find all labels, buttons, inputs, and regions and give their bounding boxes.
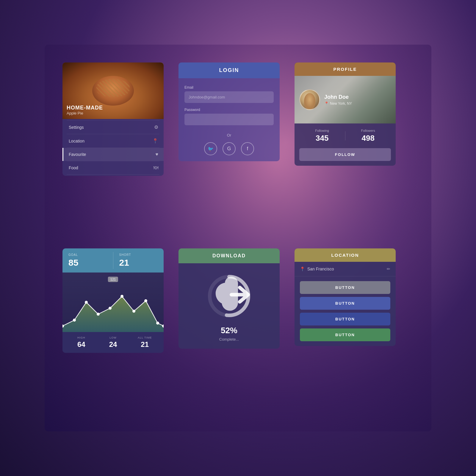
svg-point-8 (144, 299, 147, 302)
goal-stat: GOAL 85 (62, 248, 113, 273)
high-label: HIGH (65, 336, 97, 339)
svg-point-2 (73, 319, 76, 322)
menu-subtitle: Apple Pie (67, 111, 103, 115)
button-blue-1[interactable]: BUTTON (300, 297, 390, 310)
location-pin-icon: 📍 (324, 101, 329, 106)
login-header: LOGIN (178, 62, 280, 78)
svg-point-3 (85, 301, 88, 304)
short-label: SHORT (119, 253, 158, 256)
alltime-value: 21 (129, 340, 161, 349)
menu-title: HOME-MADE (67, 105, 103, 111)
svg-point-5 (109, 307, 112, 310)
button-group: BUTTON BUTTON BUTTON BUTTON (295, 276, 396, 346)
download-body: 52% Complete... (178, 263, 280, 349)
menu-divider-5 (67, 174, 159, 175)
facebook-icon: f (247, 146, 248, 151)
download-circle (205, 272, 253, 320)
low-stat: LOW 24 (97, 336, 129, 349)
facebook-button[interactable]: f (241, 142, 254, 155)
google-icon: G (227, 146, 231, 151)
high-value: 64 (65, 340, 97, 349)
menu-item-label-settings: Settings (69, 125, 84, 130)
followers-stat: Followers 498 (345, 129, 391, 143)
download-card: DOWNLOAD 52% Complete... (178, 248, 280, 349)
settings-icon: ⚙ (154, 124, 158, 130)
email-input[interactable] (184, 91, 274, 103)
location-text: 📍 San Francisco (300, 267, 334, 271)
short-value: 21 (119, 258, 158, 268)
pie-visual (92, 76, 134, 106)
download-header: DOWNLOAD (178, 248, 280, 263)
short-stat: SHORT 21 (113, 248, 164, 273)
following-stat: Following 345 (299, 129, 345, 143)
menu-item-settings[interactable]: Settings ⚙ (62, 120, 164, 134)
chart-svg (62, 284, 164, 332)
location-pin-icon2: 📍 (300, 267, 305, 271)
google-button[interactable]: G (223, 142, 236, 155)
stats-top: GOAL 85 SHORT 21 (62, 248, 164, 273)
profile-location: 📍 New York, NY (324, 101, 352, 106)
stats-bottom: HIGH 64 LOW 24 ALL TIME 21 (62, 332, 164, 353)
profile-info: John Doe 📍 New York, NY (324, 94, 352, 106)
alltime-label: ALL TIME (129, 336, 161, 339)
heart-icon: ♥ (156, 152, 159, 157)
avatar (299, 89, 320, 110)
download-percent: 52% (221, 326, 237, 335)
svg-marker-0 (62, 296, 164, 332)
menu-image: HOME-MADE Apple Pie (62, 62, 164, 119)
followers-label: Followers (345, 129, 391, 132)
location-field: 📍 San Francisco ✏ (295, 262, 396, 276)
avatar-face (304, 93, 315, 109)
email-label: Email (184, 85, 274, 90)
following-label: Following (299, 129, 345, 132)
profile-card: PROFILE John Doe 📍 New York, NY Followin… (295, 62, 396, 166)
button-gray[interactable]: BUTTON (300, 281, 390, 294)
following-value: 345 (299, 134, 345, 143)
password-label: Password (184, 108, 274, 112)
low-value: 24 (97, 340, 129, 349)
profile-name: John Doe (324, 94, 352, 100)
low-label: LOW (97, 336, 129, 339)
svg-point-6 (120, 295, 123, 298)
twitter-icon: 🐦 (208, 146, 214, 152)
edit-icon[interactable]: ✏ (387, 267, 390, 271)
cloud-download-icon (205, 271, 253, 319)
location-icon: 📍 (152, 138, 158, 144)
svg-point-4 (97, 313, 100, 316)
menu-items: Settings ⚙ Location 📍 Favourite ♥ Food 🍽 (62, 119, 164, 176)
followers-value: 498 (345, 134, 391, 143)
menu-item-label-location: Location (69, 139, 84, 143)
food-icon: 🍽 (154, 165, 158, 170)
login-body: Email Password Or 🐦 G f (178, 78, 280, 161)
menu-item-location[interactable]: Location 📍 (62, 134, 164, 148)
social-buttons: 🐦 G f (184, 142, 274, 155)
svg-point-9 (156, 322, 159, 325)
or-text: Or (184, 133, 274, 137)
profile-stats: Following 345 Followers 498 (295, 123, 396, 148)
alltime-stat: ALL TIME 21 (129, 336, 161, 349)
goal-label: GOAL (68, 253, 107, 256)
high-stat: HIGH 64 (65, 336, 97, 349)
menu-item-label-food: Food (69, 165, 78, 170)
goal-value: 85 (68, 258, 107, 268)
location-text: New York, NY (330, 101, 352, 106)
location-header: LOCATION (295, 248, 396, 262)
menu-text-overlay: HOME-MADE Apple Pie (67, 105, 103, 115)
svg-point-7 (132, 310, 135, 313)
twitter-button[interactable]: 🐦 (204, 142, 217, 155)
location-city: San Francisco (307, 267, 334, 271)
chart-area: 121 (62, 273, 164, 332)
menu-item-food[interactable]: Food 🍽 (62, 161, 164, 174)
password-input[interactable] (184, 114, 274, 125)
menu-item-favourite[interactable]: Favourite ♥ (62, 148, 164, 161)
location-card: LOCATION 📍 San Francisco ✏ BUTTON BUTTON… (295, 248, 396, 346)
button-blue-2[interactable]: BUTTON (300, 313, 390, 325)
main-canvas: HOME-MADE Apple Pie Settings ⚙ Location … (45, 45, 431, 431)
menu-card: HOME-MADE Apple Pie Settings ⚙ Location … (62, 62, 164, 176)
follow-button[interactable]: FOLLOW (299, 148, 391, 161)
chart-peak-label: 121 (108, 277, 118, 282)
button-green[interactable]: BUTTON (300, 328, 390, 341)
profile-image-area: John Doe 📍 New York, NY (295, 76, 396, 123)
download-icon (205, 271, 253, 321)
download-complete-label: Complete... (219, 337, 239, 342)
